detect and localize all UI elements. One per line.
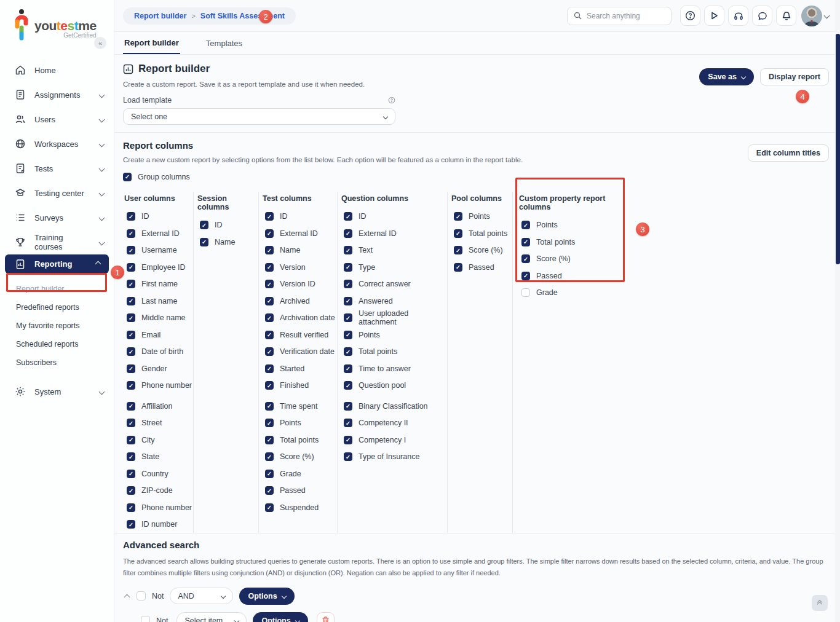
checkbox[interactable] (200, 238, 208, 246)
checkbox[interactable] (127, 520, 135, 529)
checkbox[interactable] (127, 313, 135, 322)
support-button[interactable] (728, 6, 748, 26)
column-option-row[interactable]: Phone number (124, 377, 193, 395)
column-option-row[interactable]: Archivation date (263, 310, 337, 327)
checkbox[interactable] (200, 221, 208, 229)
help-button[interactable] (680, 6, 700, 26)
checkbox[interactable] (344, 313, 352, 322)
sidebar-item-assignments[interactable]: Assignments (0, 82, 114, 107)
checkbox[interactable] (265, 229, 274, 238)
checkbox[interactable] (454, 263, 462, 272)
filter-not-checkbox[interactable] (141, 616, 150, 622)
checkbox[interactable] (127, 381, 135, 390)
column-option-row[interactable]: Competency I (341, 431, 447, 449)
group-columns-checkbox[interactable] (123, 173, 132, 181)
sidebar-item-reporting[interactable]: Reporting (5, 254, 109, 274)
global-search[interactable] (567, 7, 672, 25)
column-option-row[interactable]: First name (124, 276, 193, 293)
checkbox[interactable] (344, 452, 352, 461)
checkbox[interactable] (127, 297, 135, 305)
checkbox[interactable] (265, 436, 274, 444)
checkbox[interactable] (344, 381, 352, 390)
sidebar-subitem[interactable]: My favorite reports (0, 317, 114, 335)
column-option-row[interactable]: Grade (263, 465, 337, 482)
column-option-row[interactable]: Started (263, 360, 337, 377)
column-option-row[interactable]: External ID (341, 225, 447, 242)
checkbox[interactable] (265, 331, 274, 339)
checkbox[interactable] (265, 263, 274, 272)
checkbox[interactable] (265, 212, 274, 221)
sidebar-collapse-button[interactable]: « (94, 37, 106, 49)
checkbox[interactable] (127, 452, 135, 461)
column-option-row[interactable]: Phone number (124, 499, 193, 516)
display-report-button[interactable]: Display report (760, 68, 829, 85)
column-option-row[interactable]: ID number (124, 516, 193, 533)
column-option-row[interactable]: Total points (263, 431, 337, 449)
group-not-checkbox[interactable] (137, 591, 146, 600)
column-option-row[interactable]: Type (341, 259, 447, 276)
checkbox[interactable] (344, 246, 352, 254)
checkbox[interactable] (344, 229, 352, 238)
column-option-row[interactable]: ID (341, 208, 447, 226)
checkbox[interactable] (344, 331, 352, 339)
checkbox[interactable] (127, 347, 135, 356)
column-option-row[interactable]: Text (341, 242, 447, 259)
column-option-row[interactable]: Question pool (341, 377, 447, 395)
column-option-row[interactable]: Date of birth (124, 344, 193, 361)
checkbox[interactable] (265, 470, 274, 478)
column-option-row[interactable]: Email (124, 326, 193, 344)
group-columns-checkbox-row[interactable]: Group columns (123, 168, 829, 186)
scroll-to-top-button[interactable] (812, 595, 828, 611)
checkbox[interactable] (344, 263, 352, 272)
column-option-row[interactable]: Username (124, 242, 193, 259)
column-option-row[interactable]: Result verified (263, 326, 337, 344)
column-option-row[interactable]: Street (124, 415, 193, 432)
column-option-row[interactable]: Points (519, 217, 630, 234)
sidebar-item-workspaces[interactable]: Workspaces (0, 132, 114, 156)
checkbox[interactable] (265, 347, 274, 356)
checkbox[interactable] (127, 419, 135, 427)
column-option-row[interactable]: Finished (263, 377, 337, 395)
delete-filter-button[interactable] (317, 612, 335, 622)
checkbox[interactable] (521, 254, 530, 263)
column-option-row[interactable]: Score (%) (451, 242, 512, 259)
column-option-row[interactable]: Affiliation (124, 398, 193, 415)
column-option-row[interactable]: ID (197, 217, 258, 234)
column-option-row[interactable]: Answered (341, 293, 447, 310)
column-option-row[interactable]: Time spent (263, 398, 337, 415)
sidebar-subitem[interactable]: Subscribers (0, 353, 114, 372)
sidebar-subitem[interactable]: Predefined reports (0, 298, 114, 317)
save-as-button[interactable]: Save as (699, 68, 754, 85)
checkbox[interactable] (454, 229, 462, 238)
checkbox[interactable] (127, 364, 135, 373)
sidebar-item-training-courses[interactable]: Training courses (0, 230, 114, 254)
checkbox[interactable] (521, 272, 530, 280)
group-options-button[interactable]: Options (239, 588, 294, 605)
column-option-row[interactable]: Passed (451, 259, 512, 276)
filter-options-button[interactable]: Options (253, 612, 307, 622)
checkbox[interactable] (265, 452, 274, 461)
sidebar-item-system[interactable]: System (0, 379, 114, 404)
checkbox[interactable] (344, 280, 352, 288)
column-option-row[interactable]: Last name (124, 293, 193, 310)
chat-button[interactable] (752, 6, 772, 26)
checkbox[interactable] (344, 347, 352, 356)
checkbox[interactable] (521, 221, 530, 229)
checkbox[interactable] (127, 263, 135, 272)
column-option-row[interactable]: ID (124, 208, 193, 226)
checkbox[interactable] (521, 238, 530, 246)
column-option-row[interactable]: Binary Classification (341, 398, 447, 415)
checkbox[interactable] (454, 212, 462, 221)
column-option-row[interactable]: Country (124, 465, 193, 482)
checkbox[interactable] (127, 212, 135, 221)
page-scrollbar-thumb[interactable] (836, 34, 840, 264)
checkbox[interactable] (265, 313, 274, 322)
checkbox[interactable] (265, 402, 274, 411)
column-option-row[interactable]: Version (263, 259, 337, 276)
checkbox[interactable] (265, 297, 274, 305)
checkbox[interactable] (344, 402, 352, 411)
checkbox[interactable] (265, 503, 274, 512)
column-option-row[interactable]: Name (263, 242, 337, 259)
sidebar-item-home[interactable]: Home (0, 58, 114, 82)
user-menu[interactable] (801, 6, 829, 26)
